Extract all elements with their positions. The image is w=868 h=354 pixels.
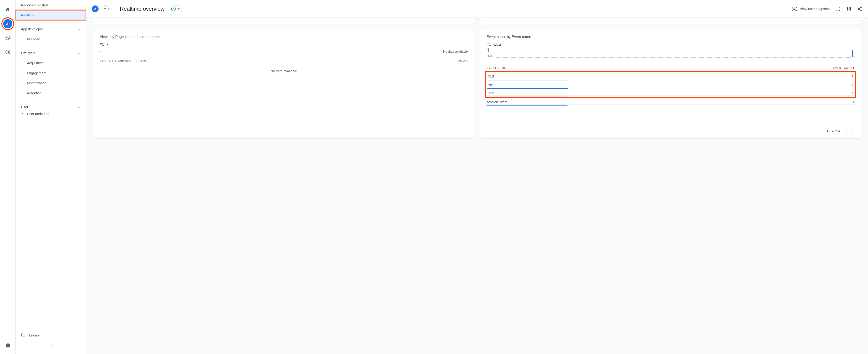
row-name: session_start — [487, 100, 506, 104]
admin-gear-icon[interactable] — [3, 341, 12, 350]
nav-library[interactable]: Library — [16, 330, 86, 341]
row-bar — [487, 97, 568, 97]
user-snapshot-icon — [792, 6, 797, 12]
row-name: INP — [487, 83, 493, 86]
table-row[interactable]: INP 1 — [487, 80, 854, 87]
share-button[interactable] — [857, 6, 863, 12]
nav-label: Realtime — [21, 13, 34, 17]
home-icon[interactable] — [3, 5, 12, 14]
caret-right-icon: ▸ — [21, 112, 24, 115]
pager-prev-button[interactable]: 〈 — [843, 128, 847, 134]
sub-label: Firebase — [27, 37, 40, 41]
chevron-up-icon: ︿ — [77, 27, 81, 31]
nav-sub-engagement[interactable]: ▸ Engagement — [16, 68, 86, 78]
advertising-icon[interactable] — [3, 47, 12, 57]
col-right: EVENT COUNT — [833, 66, 855, 70]
chevron-down-icon: ▾ — [178, 7, 180, 11]
pager-label: 1 – 4 of 4 — [827, 129, 840, 133]
plus-icon: + — [104, 6, 106, 11]
caret-right-icon: ▸ — [21, 81, 24, 84]
metric-name[interactable]: Event count — [487, 35, 506, 39]
nav-group-user[interactable]: User ︿ — [16, 102, 86, 112]
row-count: 1 — [852, 74, 854, 78]
table-row[interactable]: CLS 1 — [487, 72, 854, 79]
nav-sub-monetization[interactable]: ▸ Monetization — [16, 78, 86, 88]
nav-label: Reports snapshot — [21, 3, 48, 7]
nav-reports-snapshot[interactable]: Reports snapshot — [16, 0, 86, 10]
table-row[interactable]: LCP 1 — [487, 89, 854, 96]
sub-label: Monetization — [27, 81, 46, 85]
dimension-name[interactable]: Event name — [512, 35, 531, 39]
card-stub — [93, 18, 474, 24]
card-footer: 1 – 4 of 4 〈 〉 — [487, 126, 855, 134]
svg-point-7 — [861, 7, 862, 8]
audience-chip[interactable]: A — [92, 5, 99, 12]
content-area: Views by Page title and screen name #1 -… — [86, 18, 868, 354]
nav-realtime[interactable]: Realtime — [16, 10, 86, 20]
metric-name[interactable]: Views — [100, 35, 109, 39]
status-dropdown[interactable]: ✓ ▾ — [169, 5, 182, 12]
group-label: User — [21, 105, 28, 109]
pct-label: 25% — [487, 54, 492, 58]
caret-right-icon: ▸ — [21, 72, 24, 74]
sub-label: User attributes — [27, 112, 49, 115]
row-name: CLS — [487, 74, 494, 78]
reports-icon[interactable] — [3, 19, 12, 28]
main-area: A + Realtime overview ✓ ▾ View user snap… — [86, 0, 868, 354]
top-rank: #1 CLS — [487, 42, 855, 47]
page-title: Realtime overview — [120, 6, 164, 12]
col-right: VIEWS — [458, 60, 468, 63]
collapse-sidenav-button[interactable]: 〈 — [16, 341, 86, 351]
share-icon — [857, 6, 863, 12]
sub-label: Acquisition — [27, 61, 43, 65]
col-left: PAGE TITLE AND SCREEN NAME — [100, 60, 147, 63]
snapshot-label: View user snapshot — [800, 7, 830, 11]
sub-label: Engagement — [27, 71, 46, 75]
no-data-body: No data available — [100, 65, 468, 77]
divider — [20, 22, 82, 22]
card-title: Views by Page title and screen name — [100, 35, 468, 39]
no-data-text: No data available — [443, 50, 468, 53]
compare-button[interactable] — [846, 6, 851, 12]
svg-point-2 — [7, 51, 9, 53]
highlighted-rows: CLS 1 INP 1 LCP 1 — [485, 71, 856, 98]
dash: - — [100, 50, 101, 53]
nav-group-life-cycle[interactable]: Life cycle ︿ — [16, 48, 86, 58]
compare-icon — [846, 6, 851, 12]
nav-sub-acquisition[interactable]: ▸ Acquisition — [16, 58, 86, 68]
table-header: PAGE TITLE AND SCREEN NAME VIEWS — [100, 58, 468, 65]
pager-next-button[interactable]: 〉 — [850, 128, 855, 134]
table-row[interactable]: session_start 1 — [487, 98, 855, 105]
col-left: EVENT NAME — [487, 66, 506, 70]
divider — [20, 46, 82, 46]
events-card: Event count by Event name #1 CLS 1 25% — [480, 29, 861, 139]
by-text: by — [109, 35, 115, 39]
nav-sub-firebase[interactable]: Firebase — [16, 34, 86, 44]
chevron-up-icon: ︿ — [77, 105, 81, 109]
check-icon: ✓ — [171, 7, 176, 11]
explore-icon[interactable] — [3, 33, 12, 42]
add-comparison-button[interactable]: + — [102, 5, 108, 12]
nav-group-app-developer[interactable]: App developer ︿ — [16, 24, 86, 34]
nav-footer: Library 〈 — [16, 327, 86, 354]
fullscreen-button[interactable] — [835, 6, 841, 12]
dimension-name[interactable]: Page title and screen name — [115, 35, 160, 39]
row-bar — [487, 105, 567, 106]
row-count: 1 — [852, 83, 854, 86]
icon-rail — [0, 0, 16, 354]
top-bar: A + Realtime overview ✓ ▾ View user snap… — [86, 0, 868, 18]
svg-rect-5 — [849, 7, 851, 10]
chevron-left-icon: 〈 — [49, 343, 53, 348]
fullscreen-icon — [835, 6, 841, 12]
nav-sub-retention[interactable]: Retention — [16, 88, 86, 98]
row-count: 1 — [852, 91, 854, 95]
view-user-snapshot-button[interactable]: View user snapshot — [792, 6, 830, 12]
group-label: Life cycle — [21, 51, 35, 55]
row-count: 1 — [853, 100, 855, 104]
svg-point-9 — [861, 10, 862, 11]
by-text: by — [506, 35, 512, 39]
rank-value: CLS — [493, 42, 501, 47]
views-card: Views by Page title and screen name #1 -… — [93, 29, 474, 139]
nav-sub-user-attributes[interactable]: ▸ User attributes — [16, 112, 86, 115]
rank-number: #1 — [487, 42, 491, 47]
